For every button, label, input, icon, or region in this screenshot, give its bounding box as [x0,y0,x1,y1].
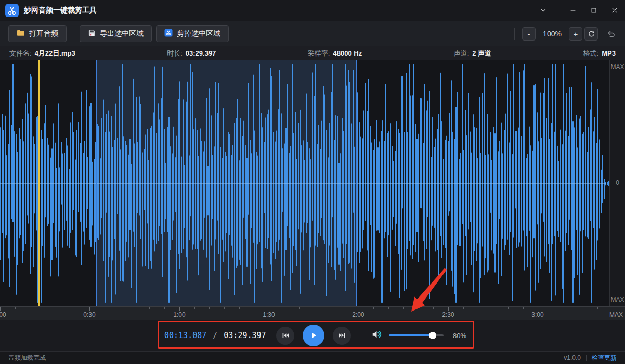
transport-buttons [276,320,351,351]
timeline-tick [75,307,75,309]
playhead-cursor[interactable] [38,60,40,306]
zoom-reset-button[interactable] [584,27,598,41]
timeline-tick [613,307,613,309]
timeline-tick [269,307,269,311]
volume-slider-thumb[interactable] [429,332,436,339]
info-filename: 文件名: 4月22日.mp3 [9,49,75,58]
amplitude-axis: MAX 0 MAX [609,60,625,306]
undo-button[interactable] [604,27,618,41]
menu-chevron-down-icon[interactable] [533,0,554,21]
toolbar-divider [73,28,73,40]
timeline-tick [284,307,284,309]
info-samplerate: 采样率: 48000 Hz [308,49,362,58]
timeline-tick [105,307,105,309]
gridline-upper [0,92,625,92]
timeline-tick [538,307,538,311]
timeline-tick [597,307,598,309]
window-controls [533,0,625,21]
timeline-tick [403,307,404,309]
titlebar: 妙网音频一键裁剪工具 [0,0,625,21]
timeline-tick [0,307,1,311]
cut-selection-label: 剪掉选中区域 [177,29,220,38]
minimize-button[interactable] [563,0,583,21]
timeline-tick [209,307,210,309]
axis-max-bottom: MAX [610,296,625,303]
timeline-tick [463,307,464,309]
timeline-tick [523,307,524,309]
timeline-tick [135,307,135,309]
toolbar: 打开音频 导出选中区域 [0,21,625,46]
timeline-tick [299,307,300,309]
close-button[interactable] [604,0,625,21]
volume-percent: 80% [453,332,466,340]
timeline-label: 3:00 [531,311,543,318]
save-floppy-icon [88,29,96,38]
timeline-tick [30,307,30,309]
timeline-tick [583,307,583,309]
timeline-tick [254,307,254,309]
timeline-tick [568,307,568,309]
selection-start-handle[interactable] [96,60,97,306]
skip-to-start-button[interactable] [276,327,294,345]
skip-to-end-button[interactable] [333,327,351,345]
app-window: 妙网音频一键裁剪工具 打开音频 [0,0,625,364]
zoom-out-button[interactable]: - [522,27,536,41]
zoom-in-button[interactable]: + [569,27,582,41]
timeline-label: 0:00 [0,311,6,318]
play-button[interactable] [303,325,324,346]
timeline-tick [224,307,225,309]
statusbar-right: v1.0.0 检查更新 [564,354,617,362]
speaker-icon[interactable] [371,329,383,342]
timeline-tick [120,307,120,309]
maximize-button[interactable] [583,0,604,21]
export-selection-label: 导出选中区域 [100,29,144,38]
timeline-tick [164,307,165,309]
export-selection-button[interactable]: 导出选中区域 [80,25,152,42]
timeline-tick [373,307,374,309]
timeline-tick [60,307,60,309]
timeline-tick [344,307,344,309]
zoom-level: 100% [542,30,563,38]
timeline-tick [419,307,419,309]
audio-info-bar: 文件名: 4月22日.mp3 时长: 03:29.397 采样率: 48000 … [0,46,625,60]
volume-group: 80% [371,320,466,351]
timeline-tick [448,307,449,311]
timeline-tick [508,307,509,309]
timeline-tick [493,307,493,309]
statusbar: 音频加载完成 v1.0.0 检查更新 [0,351,625,364]
cut-selection-button[interactable]: 剪掉选中区域 [156,25,229,42]
time-display: 00:13.087 / 03:29.397 [164,320,266,351]
timeline-label: 1:30 [263,311,275,318]
axis-max-top: MAX [610,63,625,71]
titlebar-divider [558,6,558,15]
open-audio-button[interactable]: 打开音频 [8,25,67,42]
total-time: 03:29.397 [224,331,266,340]
check-update-link[interactable]: 检查更新 [592,354,617,362]
selection-end-handle[interactable] [356,60,357,306]
timeline-label: 1:00 [173,311,185,318]
timeline-tick [179,307,180,311]
app-logo-scissors-icon [5,4,19,17]
info-channels: 声道: 2 声道 [454,49,491,58]
volume-slider[interactable] [389,334,444,336]
timeline-tick [239,307,240,309]
time-separator: / [213,331,217,340]
timeline-tick [553,307,553,309]
timeline-tick [433,307,434,309]
timeline-tick [194,307,195,309]
timeline-tick [45,307,45,309]
toolbar-right-divider [514,28,515,40]
timeline-label: 2:00 [352,311,364,318]
timeline-label: 2:30 [442,311,454,318]
timeline-tick [359,307,359,311]
info-duration: 时长: 03:29.397 [167,49,216,58]
waveform-canvas[interactable] [0,60,609,306]
timeline-tick [15,307,16,309]
open-audio-label: 打开音频 [29,29,58,38]
playback-controls: 00:13.087 / 03:29.397 [0,320,625,351]
status-message: 音频加载完成 [8,354,46,362]
current-time: 00:13.087 [164,331,206,340]
timeline-tick [388,307,389,309]
timeline-ruler[interactable]: 0:000:301:001:302:002:303:00MAX [0,306,625,320]
timeline-tick [314,307,314,309]
